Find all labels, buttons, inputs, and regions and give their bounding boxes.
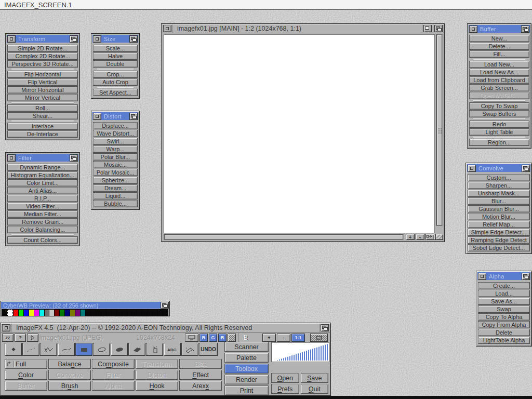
alpha-titlebar[interactable]: Alpha — [477, 272, 530, 280]
zoom-out-button[interactable]: - — [416, 234, 424, 240]
vertical-scroll-thumb[interactable] — [436, 35, 442, 225]
green-channel-toggle[interactable]: G — [209, 334, 217, 342]
menu-button[interactable]: Load New As... — [469, 69, 529, 76]
color-swatch[interactable] — [96, 310, 101, 316]
freehand-tool-icon[interactable] — [22, 343, 39, 356]
menu-button[interactable]: Delete — [478, 329, 530, 336]
help-button[interactable]: ? — [15, 334, 26, 342]
color-swatch[interactable] — [24, 310, 29, 316]
menu-button[interactable]: LightTable Alpha — [478, 337, 530, 344]
depth-icon[interactable] — [522, 165, 530, 172]
command-button[interactable]: Brush — [48, 381, 91, 391]
buffer-titlebar[interactable]: Buffer — [469, 25, 530, 33]
menu-button[interactable]: Relief Map... — [468, 221, 530, 228]
menu-button[interactable]: Bubble... — [93, 200, 138, 207]
horizontal-scroll-thumb[interactable] — [164, 234, 403, 240]
command-button[interactable]: Arexx — [179, 381, 222, 391]
menu-button[interactable]: Simple Edge Detect... — [468, 229, 530, 236]
zoom-1to1-button[interactable]: 1:1 — [291, 334, 305, 342]
menu-button[interactable]: Fill... — [469, 50, 529, 58]
color-swatch[interactable] — [55, 310, 59, 316]
curve-tool-icon[interactable] — [58, 343, 75, 356]
blue-channel-toggle[interactable]: B — [218, 334, 227, 342]
menu-button[interactable]: Histogram Equalization... — [7, 171, 78, 179]
page-button[interactable]: Toolbox — [224, 364, 269, 374]
menu-button[interactable]: Mosaic... — [93, 161, 138, 168]
menu-button[interactable]: Dream... — [93, 184, 138, 192]
color-swatch[interactable] — [117, 310, 122, 316]
menu-button[interactable]: Sharpen... — [468, 182, 530, 189]
airbrush-tool-icon[interactable] — [181, 343, 198, 356]
color-swatch[interactable] — [19, 310, 23, 316]
command-button[interactable]: Filter — [92, 370, 135, 380]
zoom-in-button[interactable]: + — [262, 334, 276, 342]
color-swatch[interactable] — [14, 310, 18, 316]
menu-button[interactable]: Color Limit... — [7, 179, 78, 187]
distort-titlebar[interactable]: Distort — [92, 112, 138, 120]
command-button[interactable]: Color — [5, 370, 47, 380]
menu-button[interactable]: Scale... — [93, 45, 138, 52]
menu-button[interactable]: Dynamic Range... — [7, 164, 78, 171]
color-swatch[interactable] — [45, 310, 49, 316]
point-tool-icon[interactable] — [5, 343, 22, 356]
color-swatch[interactable] — [107, 310, 111, 316]
depth-icon[interactable] — [321, 324, 329, 331]
color-swatch[interactable] — [153, 310, 157, 316]
color-swatch[interactable] — [60, 310, 64, 316]
menu-button[interactable]: Mirror Horizontal — [7, 86, 78, 94]
zoom-in-button[interactable]: + — [406, 234, 415, 240]
close-icon[interactable] — [163, 25, 171, 32]
depth-icon[interactable] — [70, 154, 78, 162]
color-swatch[interactable] — [34, 310, 39, 316]
menu-button[interactable]: Displace... — [93, 122, 138, 129]
menu-button[interactable]: Grab Screen... — [469, 84, 529, 91]
menu-button[interactable]: Remove Grain... — [7, 218, 78, 225]
close-icon[interactable] — [7, 35, 16, 43]
menu-button[interactable]: Save As... — [478, 298, 530, 305]
horizontal-scrollbar[interactable] — [164, 234, 404, 240]
color-swatch[interactable] — [112, 310, 116, 316]
menu-button[interactable]: Liquid... — [93, 192, 138, 200]
dither-toggle-icon[interactable] — [228, 334, 236, 342]
page-button[interactable]: Scanner — [224, 342, 269, 352]
menu-button[interactable]: Simple 2D Rotate... — [7, 45, 78, 52]
menu-button[interactable]: Count Colors... — [7, 236, 78, 244]
menu-button[interactable]: Copy From Alpha — [478, 321, 530, 328]
page-button[interactable]: Render — [224, 375, 269, 384]
command-button[interactable]: Transform — [136, 359, 178, 369]
menu-button[interactable]: Swap Buffers — [469, 110, 529, 117]
menu-button[interactable]: Create... — [478, 282, 530, 289]
command-button[interactable]: Hook — [136, 381, 178, 391]
color-swatch[interactable] — [122, 310, 127, 316]
menu-button[interactable]: De-Interlace — [7, 130, 78, 138]
menu-button[interactable]: Polar Mosaic... — [93, 169, 138, 176]
color-swatch[interactable] — [158, 310, 163, 316]
action-button[interactable]: Open — [271, 373, 299, 383]
menu-button[interactable]: Crop... — [93, 71, 138, 78]
menu-button[interactable]: Blur... — [468, 197, 530, 205]
zoom-out-button[interactable]: - — [277, 334, 290, 342]
image-canvas[interactable] — [164, 34, 435, 233]
menu-button[interactable]: Ramping Edge Detect — [468, 236, 530, 244]
color-swatch[interactable] — [132, 310, 137, 316]
color-swatch[interactable] — [70, 310, 75, 316]
color-swatch[interactable] — [101, 310, 106, 316]
command-button[interactable]: Size — [179, 359, 222, 369]
undo-button[interactable]: UNDO — [199, 343, 218, 356]
screen-titlebar[interactable]: IMAGEFX_SCREEN.1 — [0, 0, 532, 10]
color-swatch[interactable] — [86, 310, 90, 316]
action-button[interactable]: Quit — [301, 384, 329, 394]
menu-button[interactable]: Complex 2D Rotate... — [7, 52, 78, 60]
menu-button[interactable]: New... — [469, 35, 529, 42]
color-swatch[interactable] — [163, 310, 168, 316]
ellipse-tool-icon[interactable] — [93, 343, 110, 356]
menu-button[interactable]: Swap — [478, 305, 530, 313]
command-button[interactable]: Balance — [48, 359, 91, 369]
color-swatch[interactable] — [29, 310, 34, 316]
menu-button[interactable]: Flip Vertical — [7, 78, 78, 86]
menu-button[interactable]: Unsharp Mask... — [468, 190, 530, 197]
menu-button[interactable]: Load... — [478, 290, 530, 297]
menu-button[interactable]: Shear... — [7, 112, 78, 119]
color-swatch[interactable] — [2, 310, 7, 316]
color-swatch[interactable] — [49, 310, 54, 316]
